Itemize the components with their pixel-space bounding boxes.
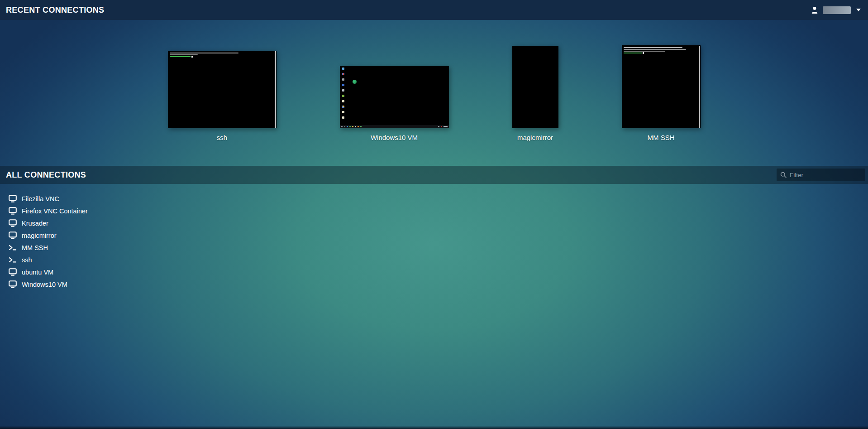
connection-name: MM SSH bbox=[648, 134, 675, 142]
connection-list-item[interactable]: Krusader bbox=[0, 217, 868, 229]
all-connections-bar: ALL CONNECTIONS bbox=[0, 166, 868, 184]
terminal-icon bbox=[9, 244, 17, 251]
connection-thumbnail bbox=[512, 46, 558, 128]
user-menu-button[interactable] bbox=[810, 0, 862, 20]
page-title: RECENT CONNECTIONS bbox=[6, 5, 104, 15]
monitor-icon bbox=[9, 219, 17, 227]
recent-connections-row: ssh Windows10 VM bbox=[0, 20, 868, 142]
filter-input[interactable] bbox=[790, 172, 862, 178]
connection-list-item[interactable]: ubuntu VM bbox=[0, 266, 868, 278]
recent-connection[interactable]: ssh bbox=[168, 51, 277, 142]
connection-list-item[interactable]: MM SSH bbox=[0, 241, 868, 254]
recent-connection[interactable]: Windows10 VM bbox=[340, 66, 449, 142]
connection-name: magicmirror bbox=[517, 134, 553, 142]
connection-list-item[interactable]: Firefox VNC Container bbox=[0, 205, 868, 217]
thumbnail-taskbar bbox=[340, 125, 449, 128]
connection-label: ssh bbox=[22, 256, 32, 264]
monitor-icon bbox=[9, 280, 17, 288]
connection-list-item[interactable]: Filezilla VNC bbox=[0, 193, 868, 205]
connection-label: Filezilla VNC bbox=[22, 195, 59, 202]
thumbnail-desktop-icons bbox=[342, 67, 344, 119]
thumbnail-scrollbar bbox=[699, 46, 700, 128]
terminal-icon bbox=[9, 256, 17, 264]
thumbnail-terminal-text bbox=[170, 53, 238, 64]
bottom-edge-shadow bbox=[0, 426, 868, 429]
username-redacted bbox=[823, 6, 851, 14]
connection-list-item[interactable]: Windows10 VM bbox=[0, 278, 868, 290]
connection-label: Firefox VNC Container bbox=[22, 207, 88, 215]
connection-list: Filezilla VNC Firefox VNC Container bbox=[0, 193, 868, 290]
monitor-icon bbox=[9, 268, 17, 276]
recent-connection[interactable]: MM SSH bbox=[622, 45, 701, 142]
thumbnail-terminal-text bbox=[624, 47, 686, 61]
connection-name: ssh bbox=[217, 134, 227, 142]
monitor-icon bbox=[9, 231, 17, 239]
connection-label: magicmirror bbox=[22, 232, 57, 239]
thumbnail-green-orb-icon bbox=[353, 80, 357, 84]
thumbnail-scrollbar bbox=[275, 51, 276, 128]
section-title: ALL CONNECTIONS bbox=[6, 170, 86, 180]
connection-thumbnail bbox=[168, 51, 277, 128]
search-icon bbox=[780, 172, 787, 178]
monitor-icon bbox=[9, 195, 17, 202]
filter-box[interactable] bbox=[777, 169, 865, 181]
connection-list-item[interactable]: magicmirror bbox=[0, 229, 868, 241]
user-icon bbox=[811, 6, 819, 14]
connection-label: Krusader bbox=[22, 220, 48, 227]
connection-label: Windows10 VM bbox=[22, 281, 67, 288]
connection-thumbnail bbox=[340, 66, 449, 128]
top-bar: RECENT CONNECTIONS bbox=[0, 0, 868, 20]
connection-list-item[interactable]: ssh bbox=[0, 254, 868, 266]
connection-thumbnail bbox=[622, 45, 701, 128]
chevron-down-icon bbox=[856, 9, 861, 11]
connection-name: Windows10 VM bbox=[371, 134, 418, 142]
recent-connection[interactable]: magicmirror bbox=[512, 46, 558, 142]
connection-label: MM SSH bbox=[22, 244, 48, 251]
connection-label: ubuntu VM bbox=[22, 269, 53, 276]
monitor-icon bbox=[9, 207, 17, 215]
